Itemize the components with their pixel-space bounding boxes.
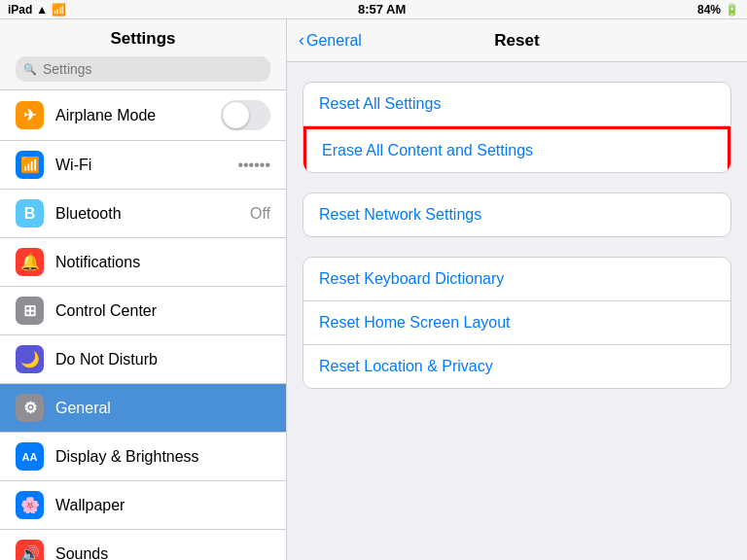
status-bar: iPad ▲ 📶 8:57 AM 84% 🔋 <box>0 0 747 19</box>
sidebar-item-wifi[interactable]: 📶Wi-Fi•••••• <box>0 141 286 190</box>
settings-group-0: Reset All SettingsErase All Content and … <box>302 82 731 173</box>
settings-row-reset-all-settings[interactable]: Reset All Settings <box>303 83 730 126</box>
reset-all-settings-label: Reset All Settings <box>319 95 441 113</box>
right-panel: ‹ General Reset Reset All SettingsErase … <box>287 19 747 560</box>
sounds-icon: 🔊 <box>16 540 44 560</box>
airplane-mode-icon: ✈ <box>16 101 44 129</box>
sidebar-item-display[interactable]: AADisplay & Brightness <box>0 433 286 481</box>
wifi-value: •••••• <box>237 157 270 174</box>
reset-keyboard-label: Reset Keyboard Dictionary <box>319 270 504 288</box>
time-label: 8:57 AM <box>358 2 406 17</box>
do-not-disturb-label: Do Not Disturb <box>55 351 270 368</box>
settings-group-1: Reset Network Settings <box>302 192 731 237</box>
airplane-mode-label: Airplane Mode <box>55 107 221 124</box>
airplane-mode-toggle[interactable] <box>221 100 270 130</box>
sidebar: Settings ✈Airplane Mode📶Wi-Fi••••••BBlue… <box>0 19 287 560</box>
status-left: iPad ▲ 📶 <box>8 3 66 17</box>
bluetooth-label: Bluetooth <box>55 205 250 223</box>
status-right: 84% 🔋 <box>697 3 739 17</box>
settings-row-reset-network[interactable]: Reset Network Settings <box>303 193 730 236</box>
general-icon: ⚙ <box>16 394 44 422</box>
sidebar-item-wallpaper[interactable]: 🌸Wallpaper <box>0 481 286 530</box>
battery-percent: 84% <box>697 3 721 17</box>
control-center-label: Control Center <box>55 302 270 320</box>
do-not-disturb-icon: 🌙 <box>16 345 44 373</box>
sidebar-item-do-not-disturb[interactable]: 🌙Do Not Disturb <box>0 335 286 384</box>
right-header: ‹ General Reset <box>287 19 747 62</box>
reset-home-screen-label: Reset Home Screen Layout <box>319 314 511 332</box>
wallpaper-label: Wallpaper <box>55 497 270 514</box>
signal-icon: ▲ <box>36 3 48 17</box>
battery-icon: 🔋 <box>725 3 739 17</box>
settings-group-2: Reset Keyboard DictionaryReset Home Scre… <box>302 257 731 389</box>
back-label: General <box>306 32 362 50</box>
bluetooth-value: Off <box>250 205 270 223</box>
wallpaper-icon: 🌸 <box>16 491 44 519</box>
reset-network-label: Reset Network Settings <box>319 206 481 224</box>
sidebar-item-notifications[interactable]: 🔔Notifications <box>0 238 286 287</box>
right-panel-title: Reset <box>494 31 539 51</box>
general-label: General <box>55 400 270 417</box>
search-wrapper <box>16 56 270 82</box>
device-label: iPad <box>8 3 32 17</box>
wifi-icon: 📶 <box>52 3 66 17</box>
back-button[interactable]: ‹ General <box>299 30 362 51</box>
sidebar-item-airplane-mode[interactable]: ✈Airplane Mode <box>0 90 286 141</box>
settings-row-reset-keyboard[interactable]: Reset Keyboard Dictionary <box>303 258 730 301</box>
sidebar-item-bluetooth[interactable]: BBluetoothOff <box>0 190 286 238</box>
notifications-label: Notifications <box>55 254 270 271</box>
sounds-label: Sounds <box>55 545 270 561</box>
wifi-icon: 📶 <box>16 151 44 179</box>
display-icon: AA <box>16 442 44 471</box>
bluetooth-icon: B <box>16 199 44 228</box>
sidebar-title: Settings <box>16 29 270 49</box>
sidebar-list: ✈Airplane Mode📶Wi-Fi••••••BBluetoothOff🔔… <box>0 90 286 560</box>
notifications-icon: 🔔 <box>16 248 44 276</box>
sidebar-header: Settings <box>0 19 286 90</box>
sidebar-item-sounds[interactable]: 🔊Sounds <box>0 530 286 560</box>
main-container: Settings ✈Airplane Mode📶Wi-Fi••••••BBlue… <box>0 19 747 560</box>
wifi-label: Wi-Fi <box>55 157 237 174</box>
settings-row-reset-home-screen[interactable]: Reset Home Screen Layout <box>303 301 730 345</box>
reset-content: Reset All SettingsErase All Content and … <box>287 62 747 428</box>
settings-row-erase-all-content[interactable]: Erase All Content and Settings <box>303 126 730 172</box>
control-center-icon: ⊞ <box>16 297 44 325</box>
back-chevron-icon: ‹ <box>299 30 304 51</box>
sidebar-item-control-center[interactable]: ⊞Control Center <box>0 287 286 335</box>
display-label: Display & Brightness <box>55 448 270 466</box>
sidebar-item-general[interactable]: ⚙General <box>0 384 286 433</box>
settings-row-reset-location[interactable]: Reset Location & Privacy <box>303 345 730 388</box>
search-input[interactable] <box>16 56 270 82</box>
reset-location-label: Reset Location & Privacy <box>319 358 493 375</box>
erase-all-content-label: Erase All Content and Settings <box>322 142 533 159</box>
